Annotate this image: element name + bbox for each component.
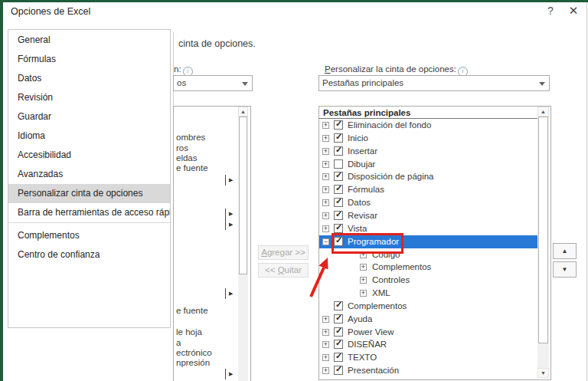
tab-checkbox[interactable]: ✓	[334, 327, 343, 337]
sidebar-item-barra-de-herramientas-de-acceso-rapido[interactable]: Barra de herramientas de acceso rápido	[8, 203, 170, 222]
expand-expand-icon[interactable]: +	[322, 316, 329, 323]
ribbon-tab-row-power-view[interactable]: +✓Power View	[319, 326, 537, 339]
command-flyout-indicator[interactable]: ▶	[225, 175, 237, 186]
ribbon-tab-row-controles[interactable]: +Controles	[319, 274, 537, 287]
sidebar-item-idioma[interactable]: Idioma	[8, 126, 170, 146]
sidebar-item-formulas[interactable]: Fórmulas	[8, 50, 170, 69]
tab-checkbox[interactable]: ✓	[334, 185, 343, 194]
command-flyout-indicator[interactable]: ▶	[225, 209, 237, 219]
scroll-up-icon[interactable]: ▲	[537, 107, 549, 117]
expand-expand-icon[interactable]: +	[360, 251, 367, 258]
ribbon-tab-row-presentacion[interactable]: +✓Presentación	[319, 364, 537, 377]
sidebar-item-guardar[interactable]: Guardar	[8, 107, 170, 126]
ribbon-tab-row-complementos[interactable]: +Complementos	[319, 261, 537, 274]
ribbon-tab-row-complementos[interactable]: ✓Complementos	[319, 300, 537, 313]
ribbon-tab-row-revisar[interactable]: +✓Revisar	[319, 209, 537, 222]
help-icon[interactable]: ?	[544, 5, 557, 18]
ribbon-tab-row-disenar[interactable]: +✓DISEÑAR	[319, 338, 537, 351]
move-down-button[interactable]: ▼	[553, 261, 577, 278]
tab-checkbox[interactable]	[334, 159, 343, 169]
add-button[interactable]: Agregar >>	[258, 245, 309, 260]
ribbon-tab-row-datos[interactable]: +✓Datos	[319, 196, 537, 209]
ribbon-tab-row-vista[interactable]: +✓Vista	[319, 222, 537, 235]
command-list-item[interactable]: ectrónico	[176, 348, 212, 358]
expand-expand-icon[interactable]: +	[322, 135, 329, 142]
command-flyout-indicator[interactable]: ▶	[225, 288, 237, 299]
scroll-down-icon[interactable]: ▼	[537, 368, 549, 378]
command-list-item[interactable]: eldas	[176, 153, 198, 163]
sidebar-item-personalizar-cinta-de-opciones[interactable]: Personalizar cinta de opciones	[8, 184, 170, 203]
sidebar-item-complementos[interactable]: Complementos	[8, 226, 170, 245]
tab-checkbox[interactable]: ✓	[334, 120, 343, 130]
sidebar-item-accesibilidad[interactable]: Accesibilidad	[8, 146, 170, 165]
sidebar-item-datos[interactable]: Datos	[8, 69, 170, 88]
ribbon-tab-row-inicio[interactable]: +✓Inicio	[319, 132, 537, 145]
expand-expand-icon[interactable]: +	[322, 341, 329, 348]
tabs-scrollbar[interactable]: ▲ ▼	[537, 107, 549, 378]
command-flyout-indicator[interactable]: ▶	[225, 369, 237, 379]
expand-expand-icon[interactable]: +	[322, 367, 329, 374]
tabs-scrollbar-thumb[interactable]	[538, 117, 548, 343]
close-icon[interactable]: ✕	[566, 4, 581, 19]
expand-expand-icon[interactable]: +	[322, 173, 329, 180]
sidebar-item-avanzadas[interactable]: Avanzadas	[8, 165, 170, 184]
expand-expand-icon[interactable]: +	[322, 122, 329, 129]
ribbon-tab-row-codigo[interactable]: +Código	[319, 248, 537, 261]
commands-listbox[interactable]: ▲ ombresroseldase fuentee fuentele hojaa…	[173, 106, 251, 381]
tab-checkbox[interactable]: ✓	[334, 314, 343, 324]
sidebar-item-revision[interactable]: Revisión	[8, 88, 170, 107]
ribbon-tab-row-dibujar[interactable]: +Dibujar	[319, 158, 537, 171]
expand-collapse-icon[interactable]: −	[322, 238, 329, 245]
tab-checkbox[interactable]: ✓	[334, 353, 343, 362]
commands-scrollbar[interactable]: ▲	[238, 107, 248, 381]
tab-checkbox[interactable]: ✓	[334, 198, 343, 207]
tab-checkbox[interactable]: ✓	[334, 224, 343, 233]
tab-checkbox[interactable]: ✓	[334, 211, 343, 220]
move-up-button[interactable]: ▲	[553, 243, 577, 259]
remove-button[interactable]: << Quitar	[258, 263, 309, 278]
tab-checkbox[interactable]: ✓	[334, 366, 343, 375]
ribbon-tab-row-texto[interactable]: +✓TEXTO	[319, 351, 537, 364]
expand-expand-icon[interactable]: +	[360, 277, 367, 284]
command-list-item[interactable]: ombres	[176, 133, 205, 143]
commands-source-dropdown[interactable]: os	[173, 75, 253, 91]
expand-expand-icon[interactable]: +	[322, 186, 329, 193]
tab-checkbox[interactable]: ✓	[334, 146, 343, 156]
sidebar-item-centro-de-confianza[interactable]: Centro de confianza	[8, 245, 170, 264]
ribbon-tab-row-xml[interactable]: +XML	[319, 287, 537, 300]
ribbon-tab-row-ayuda[interactable]: +✓Ayuda	[319, 313, 537, 326]
tab-checkbox[interactable]: ✓	[334, 340, 343, 349]
expand-expand-icon[interactable]: +	[322, 161, 329, 168]
command-list-item[interactable]: npresión	[176, 358, 210, 368]
command-list-item[interactable]: ros	[176, 143, 188, 153]
tab-checkbox[interactable]: ✓	[334, 237, 343, 246]
commands-scrollbar-thumb[interactable]	[239, 117, 247, 274]
expand-expand-icon[interactable]: +	[360, 264, 367, 271]
tab-checkbox[interactable]: ✓	[334, 133, 343, 143]
ribbon-tabs-dropdown[interactable]: Pestañas principales	[318, 75, 550, 91]
command-list-item[interactable]: e fuente	[176, 163, 208, 173]
ribbon-tab-row-formulas[interactable]: +✓Fórmulas	[319, 183, 537, 196]
ribbon-tab-row-eliminacion-del-fondo[interactable]: +✓Eliminación del fondo	[319, 119, 537, 132]
command-flyout-indicator[interactable]: ▶	[225, 219, 237, 230]
tab-checkbox[interactable]: ✓	[334, 301, 343, 310]
command-list-item[interactable]: a	[176, 338, 181, 348]
tab-label: Ayuda	[348, 314, 372, 324]
expand-expand-icon[interactable]: +	[322, 354, 329, 361]
scroll-up-icon[interactable]: ▲	[238, 107, 248, 117]
command-list-item[interactable]: e fuente	[176, 306, 208, 316]
ribbon-tab-row-programador[interactable]: −✓Programador	[319, 235, 537, 248]
expand-expand-icon[interactable]: +	[360, 290, 367, 297]
flyout-separator	[225, 369, 226, 379]
expand-expand-icon[interactable]: +	[322, 329, 329, 336]
expand-expand-icon[interactable]: +	[322, 148, 329, 155]
sidebar-item-general[interactable]: General	[8, 31, 170, 50]
ribbon-tabs-tree[interactable]: Pestañas principales ▲ ▼ +✓Eliminación d…	[318, 106, 551, 380]
tab-checkbox[interactable]: ✓	[334, 172, 343, 181]
command-list-item[interactable]: le hoja	[176, 327, 202, 337]
expand-expand-icon[interactable]: +	[322, 199, 329, 206]
expand-expand-icon[interactable]: +	[322, 225, 329, 232]
ribbon-tab-row-insertar[interactable]: +✓Insertar	[319, 145, 537, 158]
ribbon-tab-row-disposicion-de-pagina[interactable]: +✓Disposición de página	[319, 170, 537, 183]
expand-expand-icon[interactable]: +	[322, 212, 329, 219]
